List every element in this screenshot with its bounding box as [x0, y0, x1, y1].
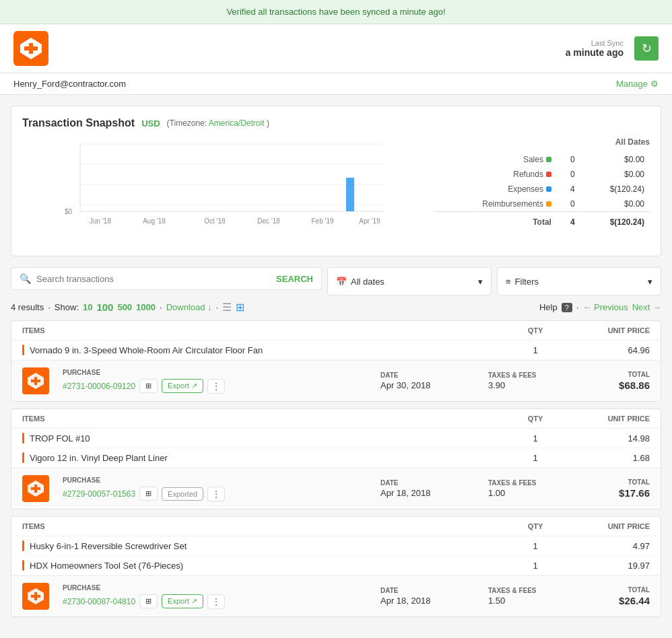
item-name: HDX Homeowners Tool Set (76-Pieces) — [22, 560, 502, 571]
list-item: Husky 6-in-1 Reversible Screwdriver Set … — [11, 536, 661, 556]
filters-button[interactable]: ≡ Filters ▾ — [497, 267, 661, 295]
items-header: ITEMS QTY UNIT PRICE — [11, 517, 661, 536]
store-logo — [22, 583, 49, 610]
chevron-down-icon: ▾ — [478, 277, 483, 287]
sheet-icon-button[interactable]: ⊞ — [139, 594, 158, 608]
item-unit-price: 64.96 — [569, 345, 650, 355]
items-col-header: ITEMS — [22, 326, 502, 334]
results-left: 4 results · Show: 10 100 500 1000 · Down… — [11, 301, 244, 314]
purchase-taxes: TAXES & FEES 1.50 — [488, 587, 569, 606]
results-right: Help ? · ← Previous Next → — [539, 302, 661, 312]
show-100[interactable]: 100 — [96, 302, 113, 313]
snapshot-table-row: Expenses 4 $(120.24) — [434, 182, 650, 197]
item-indicator — [22, 433, 24, 444]
svg-rect-25 — [31, 487, 40, 490]
item-indicator — [22, 452, 24, 463]
qty-col-header: QTY — [502, 415, 569, 423]
snapshot-header: Transaction Snapshot USD (Timezone: Amer… — [22, 117, 650, 129]
brand-logo — [13, 31, 48, 66]
purchase-date: DATE Apr 30, 2018 — [380, 371, 488, 390]
results-count: 4 results — [11, 302, 44, 312]
more-options-button[interactable]: ⋮ — [207, 379, 225, 394]
help-badge[interactable]: ? — [562, 303, 572, 312]
currency-link[interactable]: USD — [141, 118, 160, 129]
item-name: Vigoro 12 in. Vinyl Deep Plant Liner — [22, 452, 502, 463]
unit-price-col-header: UNIT PRICE — [569, 326, 650, 334]
svg-rect-21 — [31, 380, 40, 382]
purchase-id-link[interactable]: #2731-00006-09120 — [63, 382, 135, 391]
snapshot-total-row: Total 4 $(120.24) — [434, 212, 650, 230]
purchase-id-link[interactable]: #2729-00057-01563 — [63, 489, 135, 499]
purchase-total: TOTAL $26.44 — [569, 586, 650, 606]
purchase-row: PURCHASE #2730-00087-04810 ⊞ Export ↗ ⋮ … — [11, 575, 661, 616]
svg-text:Feb '19: Feb '19 — [311, 217, 333, 225]
show-label: Show: — [55, 302, 79, 312]
item-indicator — [22, 560, 24, 571]
item-qty: 1 — [502, 345, 569, 355]
svg-text:Aug '18: Aug '18 — [143, 217, 166, 225]
item-unit-price: 1.68 — [569, 453, 650, 463]
list-item: TROP FOL #10 1 14.98 — [11, 429, 661, 448]
list-item: Vornado 9 in. 3-Speed Whole-Room Air Cir… — [11, 341, 661, 360]
download-link[interactable]: Download ↓ — [166, 302, 212, 312]
filters-label: Filters — [515, 277, 539, 287]
sheet-icon-button[interactable]: ⊞ — [139, 487, 158, 501]
unit-price-col-header: UNIT PRICE — [569, 415, 650, 423]
date-filter[interactable]: 📅 All dates ▾ — [327, 267, 492, 295]
timezone-link[interactable]: America/Detroit — [209, 118, 265, 128]
items-col-header: ITEMS — [22, 415, 502, 423]
transaction-group: ITEMS QTY UNIT PRICE Husky 6-in-1 Revers… — [11, 516, 661, 617]
qty-col-header: QTY — [502, 326, 569, 334]
snapshot-card: Transaction Snapshot USD (Timezone: Amer… — [11, 106, 661, 256]
list-view-icon[interactable]: ☰ — [222, 301, 232, 314]
export-button[interactable]: Export ↗ — [162, 594, 203, 608]
manage-link[interactable]: Manage ⚙ — [616, 79, 659, 89]
sync-icon: ↻ — [642, 41, 652, 56]
transactions-container: ITEMS QTY UNIT PRICE Vornado 9 in. 3-Spe… — [11, 320, 661, 617]
search-button[interactable]: SEARCH — [276, 274, 313, 284]
more-options-button[interactable]: ⋮ — [207, 594, 225, 609]
store-logo — [22, 475, 49, 502]
items-header: ITEMS QTY UNIT PRICE — [11, 321, 661, 341]
purchase-date: DATE Apr 18, 2018 — [380, 587, 488, 606]
gear-icon: ⚙ — [650, 79, 659, 89]
svg-text:Dec '18: Dec '18 — [257, 217, 280, 225]
transaction-group: ITEMS QTY UNIT PRICE TROP FOL #10 1 14.9… — [11, 409, 661, 509]
show-1000[interactable]: 1000 — [136, 302, 156, 312]
export-button[interactable]: Export ↗ — [162, 379, 203, 393]
purchase-label: PURCHASE — [63, 584, 246, 592]
purchase-total: TOTAL $17.66 — [569, 478, 650, 499]
show-500[interactable]: 500 — [117, 302, 132, 312]
svg-text:Oct '18: Oct '18 — [204, 217, 226, 225]
previous-link[interactable]: ← Previous — [582, 302, 628, 312]
more-options-button[interactable]: ⋮ — [207, 487, 225, 501]
sync-banner: Verified all transactions have been sync… — [0, 0, 672, 24]
svg-text:Jun '18: Jun '18 — [90, 217, 111, 225]
results-row: 4 results · Show: 10 100 500 1000 · Down… — [11, 301, 661, 314]
svg-text:Apr '19: Apr '19 — [359, 217, 380, 225]
purchase-info: PURCHASE #2730-00087-04810 ⊞ Export ↗ ⋮ — [63, 584, 246, 609]
all-dates-label: All Dates — [434, 137, 650, 147]
exported-button[interactable]: Exported — [162, 487, 203, 501]
grid-view-icon[interactable]: ⊞ — [236, 301, 244, 314]
search-input[interactable] — [36, 274, 271, 284]
purchase-info: PURCHASE #2729-00057-01563 ⊞ Exported ⋮ — [63, 476, 246, 501]
calendar-icon: 📅 — [336, 277, 347, 287]
next-link[interactable]: Next → — [632, 302, 661, 312]
item-qty: 1 — [502, 541, 569, 551]
sync-button[interactable]: ↻ — [634, 36, 659, 61]
sheet-icon-button[interactable]: ⊞ — [139, 379, 158, 393]
purchase-date: DATE Apr 18, 2018 — [380, 479, 488, 498]
help-label: Help — [539, 302, 558, 312]
qty-col-header: QTY — [502, 522, 569, 530]
purchase-id-link[interactable]: #2730-00087-04810 — [63, 597, 135, 606]
show-10[interactable]: 10 — [83, 302, 92, 312]
purchase-row: PURCHASE #2731-00006-09120 ⊞ Export ↗ ⋮ … — [11, 360, 661, 401]
snapshot-title: Transaction Snapshot — [22, 117, 135, 129]
banner-message: Verified all transactions have been sync… — [226, 7, 445, 17]
purchase-taxes: TAXES & FEES 1.00 — [488, 479, 569, 498]
main-content: Transaction Snapshot USD (Timezone: Amer… — [0, 95, 672, 635]
svg-text:$0: $0 — [65, 208, 73, 215]
purchase-actions: #2729-00057-01563 ⊞ Exported ⋮ — [63, 487, 246, 501]
unit-price-col-header: UNIT PRICE — [569, 522, 650, 530]
